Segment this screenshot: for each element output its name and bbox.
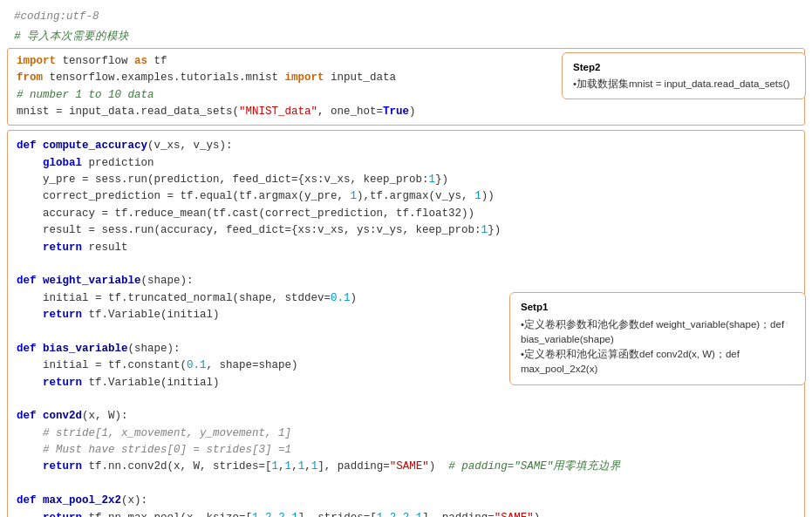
step2-content: •加载数据集mnist = input_data.read_data_sets(… — [573, 77, 795, 92]
step1-title: Setp1 — [521, 300, 795, 315]
step2-title: Step2 — [573, 60, 795, 75]
header-comment-1: #coding:utf-8 — [7, 7, 805, 27]
main-container: #coding:utf-8 # 导入本次需要的模块 import tensorf… — [0, 0, 812, 517]
header-comment-2: # 导入本次需要的模块 — [7, 27, 805, 47]
annotation-step2: Step2 •加载数据集mnist = input_data.read_data… — [562, 52, 806, 100]
step1-line1: •定义卷积参数和池化参数def weight_variable(shape)；d… — [521, 317, 795, 348]
code-section-imports: import tensorflow as tf from tensorflow.… — [7, 48, 805, 126]
step1-line2: •定义卷积和池化运算函数def conv2d(x, W)；def max_poo… — [521, 347, 795, 378]
annotation-step1: Setp1 •定义卷积参数和池化参数def weight_variable(sh… — [509, 292, 806, 384]
code-section-main: def compute_accuracy(v_xs, v_ys): global… — [7, 130, 805, 517]
